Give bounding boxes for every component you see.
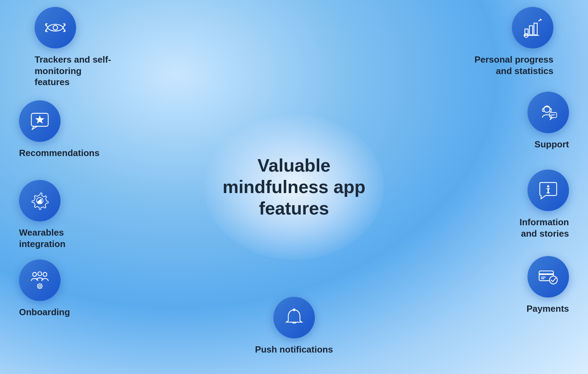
center-title: Valuable mindfulness app features: [221, 155, 367, 219]
progress-icon-circle: [512, 7, 553, 48]
feature-payments: Payments: [526, 256, 569, 314]
svg-point-21: [38, 272, 42, 276]
feature-recommendations: Recommendations: [19, 100, 100, 159]
progress-icon: [522, 17, 543, 38]
onboarding-icon-circle: [19, 259, 61, 301]
trackers-icon: [45, 17, 66, 38]
payments-label: Payments: [526, 303, 569, 314]
feature-support: Support: [527, 92, 569, 150]
onboarding-label: Onboarding: [19, 307, 70, 318]
wearables-icon-circle: [19, 180, 61, 221]
svg-point-23: [39, 285, 41, 287]
svg-rect-34: [534, 23, 537, 35]
feature-information: Information and stories: [520, 170, 569, 239]
svg-marker-14: [36, 116, 44, 123]
svg-rect-16: [38, 201, 39, 203]
trackers-icon-circle: [35, 7, 76, 48]
feature-push: Push notifications: [255, 297, 333, 355]
svg-rect-17: [39, 200, 40, 203]
svg-line-29: [42, 288, 42, 288]
svg-line-30: [42, 284, 42, 284]
feature-trackers: Trackers and self-monitoring features: [35, 7, 138, 88]
information-label: Information and stories: [520, 217, 569, 239]
svg-point-20: [43, 273, 47, 276]
svg-rect-33: [530, 26, 533, 35]
wearables-icon: [29, 190, 50, 211]
svg-point-43: [548, 185, 549, 187]
progress-label: Personal progress and statistics: [475, 54, 553, 76]
push-icon-circle: [273, 297, 315, 338]
svg-rect-40: [550, 112, 557, 118]
feature-wearables: Wearables integration: [19, 180, 65, 249]
information-icon: [538, 180, 559, 201]
support-label: Support: [534, 139, 569, 150]
push-label: Push notifications: [255, 344, 333, 355]
svg-rect-18: [40, 199, 42, 203]
onboarding-icon: [29, 270, 50, 291]
information-icon-circle: [527, 170, 569, 211]
recommendations-icon-circle: [19, 100, 61, 142]
trackers-label: Trackers and self-monitoring features: [35, 54, 138, 88]
svg-point-19: [33, 273, 36, 276]
feature-onboarding: Onboarding: [19, 259, 70, 318]
svg-point-0: [53, 25, 57, 30]
support-icon-circle: [527, 92, 569, 133]
recommendations-label: Recommendations: [19, 147, 100, 159]
payments-icon-circle: [527, 256, 569, 298]
recommendations-icon: [29, 111, 50, 131]
svg-point-51: [550, 276, 558, 284]
svg-line-28: [38, 284, 38, 284]
svg-rect-38: [542, 109, 544, 111]
page-background: Valuable mindfulness app features: [0, 0, 588, 374]
svg-line-31: [38, 288, 38, 288]
svg-rect-39: [550, 109, 552, 111]
svg-point-22: [37, 284, 42, 288]
wearables-label: Wearables integration: [19, 227, 65, 249]
feature-progress: Personal progress and statistics: [475, 7, 553, 76]
push-icon: [284, 307, 304, 328]
support-icon: [538, 102, 559, 123]
payments-icon: [538, 266, 559, 287]
